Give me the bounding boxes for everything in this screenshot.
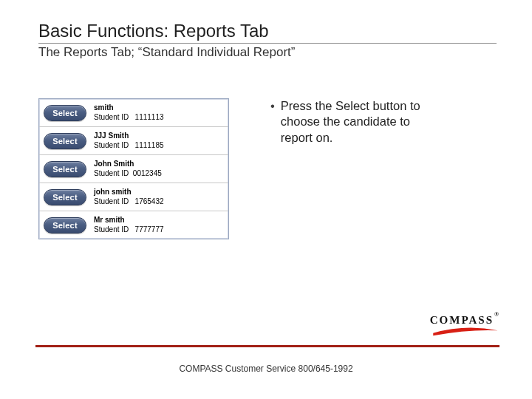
candidate-row: Select john smith Student ID 1765432 [39,183,228,211]
id-label: Student ID [94,197,129,205]
candidate-row: Select JJJ Smith Student ID 1111185 [39,127,228,155]
brand-name: COMPASS [430,314,494,326]
footer-text: COMPASS Customer Service 800/645-1992 [0,364,532,374]
bullet-text: Press the Select button to choose the ca… [281,98,433,146]
candidate-list-panel: Select smith Student ID 1111113 Select J… [38,98,229,239]
candidate-info: JJJ Smith Student ID 1111185 [94,132,164,150]
candidate-info: smith Student ID 1111113 [94,103,164,122]
select-button[interactable]: Select [44,161,86,177]
id-label: Student ID [94,225,129,233]
candidate-id-line: Student ID 0012345 [94,169,162,179]
brand-wordmark: COMPASS® [430,314,499,327]
slide: Basic Functions: Reports Tab The Reports… [0,0,532,399]
id-label: Student ID [94,113,129,121]
swoosh-icon [432,327,499,337]
candidate-name: smith [94,103,164,113]
candidate-name: john smith [94,188,164,197]
slide-title: Basic Functions: Reports Tab [38,21,497,44]
candidate-id-line: Student ID 1765432 [94,197,164,207]
candidate-id: 1765432 [135,197,164,205]
id-label: Student ID [94,169,129,177]
select-button[interactable]: Select [44,105,86,121]
candidate-id: 1111113 [135,113,164,121]
candidate-row: Select Mr smith Student ID 7777777 [39,211,228,239]
candidate-id: 7777777 [135,225,164,233]
candidate-name: John Smith [94,160,162,169]
candidate-id: 0012345 [133,169,162,177]
candidate-info: Mr smith Student ID 7777777 [94,216,164,234]
candidate-id-line: Student ID 7777777 [94,225,164,235]
divider [35,345,499,347]
candidate-id-line: Student ID 1111113 [94,113,164,123]
candidate-row: Select smith Student ID 1111113 [39,99,228,127]
brand-logo: COMPASS® [430,314,499,340]
candidate-name: JJJ Smith [94,132,164,141]
select-button[interactable]: Select [44,217,86,233]
candidate-info: John Smith Student ID 0012345 [94,160,162,178]
select-button[interactable]: Select [44,133,86,149]
id-label: Student ID [94,141,129,149]
content-area: Select smith Student ID 1111113 Select J… [38,98,497,239]
candidate-name: Mr smith [94,216,164,225]
candidate-row: Select John Smith Student ID 0012345 [39,155,228,183]
candidate-info: john smith Student ID 1765432 [94,188,164,206]
bullet-dot-icon: • [270,98,275,146]
bullet-item: • Press the Select button to choose the … [270,98,433,146]
candidate-id-line: Student ID 1111185 [94,141,164,151]
registered-icon: ® [494,311,500,318]
select-button[interactable]: Select [44,189,86,205]
candidate-id: 1111185 [135,141,164,149]
slide-subtitle: The Reports Tab; “Standard Individual Re… [38,45,497,60]
instruction-area: • Press the Select button to choose the … [270,98,433,239]
